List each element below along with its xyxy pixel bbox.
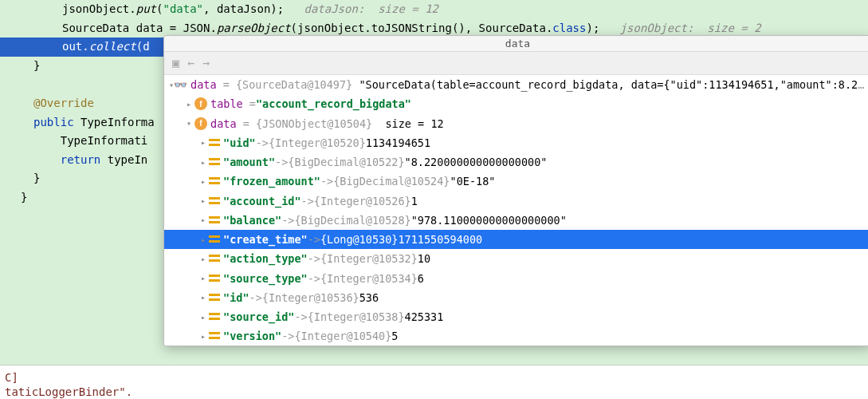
tree-root[interactable]: ▾ 👓 data = {SourceData@10497} "SourceDat… [164,75,868,94]
map-entry-icon [209,156,220,168]
back-icon[interactable]: ← [187,56,194,70]
tree-data-field[interactable]: ▾ f data = {JSONObject@10504} size = 12 [164,114,868,133]
chevron-right-icon[interactable]: ▸ [198,214,209,226]
chevron-right-icon[interactable]: ▸ [198,136,209,148]
map-entry-icon [209,215,220,226]
map-entry-icon [209,330,220,342]
toolbar-button[interactable]: ▣ [172,56,179,70]
chevron-right-icon[interactable]: ▸ [198,253,209,265]
chevron-right-icon[interactable]: ▸ [198,234,209,246]
tree-map-entry[interactable]: ▸"source_id" -> {Integer@10538} 425331 [164,307,868,326]
tree-map-entry[interactable]: ▸"frozen_amount" -> {BigDecimal@10524} "… [164,172,868,191]
map-entry-icon [209,292,220,303]
tree-map-entry[interactable]: ▸"account_id" -> {Integer@10526} 1 [164,192,868,211]
map-entry-icon [209,137,220,148]
variable-tree[interactable]: ▾ 👓 data = {SourceData@10497} "SourceDat… [164,75,868,346]
tree-map-entry[interactable]: ▸"create_time" -> {Long@10530} 171155059… [164,230,868,249]
chevron-right-icon[interactable]: ▸ [198,195,209,207]
debugger-popup: data ▣ ← → ▾ 👓 data = {SourceData@10497}… [163,35,868,346]
map-entry-icon [209,253,220,264]
tree-map-entry[interactable]: ▸"version" -> {Integer@10540} 5 [164,326,868,346]
map-entry-icon [209,176,220,187]
tree-map-entry[interactable]: ▸"currency_id" -> {Integer@10542} 3 [164,346,868,347]
chevron-down-icon[interactable]: ▾ [183,117,194,129]
chevron-right-icon[interactable]: ▸ [198,272,209,284]
popup-title: data [164,36,868,52]
tree-map-entry[interactable]: ▸"source_type" -> {Integer@10534} 6 [164,269,868,288]
chevron-right-icon[interactable]: ▸ [198,330,209,342]
chevron-right-icon[interactable]: ▸ [198,176,209,188]
popup-toolbar: ▣ ← → [164,52,868,75]
forward-icon[interactable]: → [202,56,210,70]
glasses-icon: 👓 [174,77,187,93]
tree-map-entry[interactable]: ▸"action_type" -> {Integer@10532} 10 [164,249,868,268]
tree-map-entry[interactable]: ▸"balance" -> {BigDecimal@10528} "978.11… [164,211,868,230]
tree-map-entry[interactable]: ▸"amount" -> {BigDecimal@10522} "8.22000… [164,152,868,172]
console-line-1: C] [0,370,868,385]
field-icon: f [194,97,207,110]
console-panel: C] taticLoggerBinder". [0,365,868,399]
code-line-1: jsonObject.put("data", dataJson); dataJs… [0,0,868,19]
map-entry-icon [209,234,220,245]
chevron-right-icon[interactable]: ▸ [198,156,209,168]
chevron-right-icon[interactable]: ▸ [183,98,194,110]
tree-map-entry[interactable]: ▸"uid" -> {Integer@10520} 1134194651 [164,133,868,152]
field-icon: f [194,117,207,130]
map-entry-icon [209,311,220,322]
tree-map-entry[interactable]: ▸"id" -> {Integer@10536} 536 [164,288,868,307]
chevron-right-icon[interactable]: ▸ [198,311,209,323]
chevron-right-icon[interactable]: ▸ [198,291,209,303]
console-line-2: taticLoggerBinder". [0,385,868,399]
tree-table-field[interactable]: ▸ f table = "account_record_bigdata" [164,94,868,113]
map-entry-icon [209,273,220,284]
map-entry-icon [209,196,220,207]
